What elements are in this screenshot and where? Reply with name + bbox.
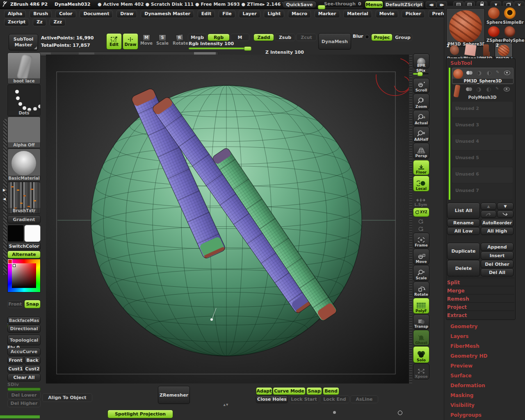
curve-mode-button[interactable]: Curve Mode (273, 387, 306, 395)
rotate-z-button[interactable]: Z (413, 225, 429, 232)
half-circle-icon[interactable] (487, 71, 491, 75)
list-all-button[interactable]: List All (447, 203, 480, 219)
menu-draw[interactable]: Draw (116, 10, 137, 18)
blur-radio-icon[interactable] (365, 35, 369, 39)
split-section[interactable]: Split (447, 278, 514, 285)
edit-button[interactable]: Edit (106, 33, 122, 50)
brush-icon[interactable]: ✎ (496, 70, 499, 74)
draw-button[interactable]: Draw (123, 33, 138, 50)
cust1-button[interactable]: Cust1 (7, 365, 24, 373)
crescent-icon[interactable] (477, 71, 482, 75)
extract-section[interactable]: Extract (447, 310, 514, 318)
directional-button[interactable]: Directional (7, 325, 41, 333)
menu-edit[interactable]: Edit (198, 10, 215, 18)
menu-movie[interactable]: Movie (376, 10, 398, 18)
see-through-slider[interactable] (318, 6, 363, 8)
remesh-section[interactable]: Remesh (447, 294, 514, 302)
lock-end-button[interactable]: Lock End (320, 395, 349, 403)
rename-button[interactable]: Rename (447, 219, 480, 227)
subtool-master-button[interactable]: SubTool Master (9, 34, 38, 50)
zcut-button[interactable]: Zcut (296, 34, 317, 41)
del-higher-button[interactable]: Del Higher (7, 399, 41, 407)
brush-preview-tile[interactable]: boot lace (7, 52, 41, 84)
quicksave-button[interactable]: QuickSave (282, 1, 317, 8)
adapt-button[interactable]: Adapt (256, 387, 272, 395)
brush-icon[interactable]: ✎ (495, 87, 499, 91)
dynamesh-button[interactable]: DynaMesh (318, 33, 351, 50)
aahalf-button[interactable]: AAHalf (413, 126, 429, 142)
polypaint-icon[interactable] (466, 87, 473, 91)
section-geometry-hd[interactable]: Geometry HD (450, 353, 488, 359)
subtool-item-unused[interactable]: Unused 2 (452, 102, 513, 117)
append-button[interactable]: Append (481, 243, 514, 251)
menu-file[interactable]: File (219, 10, 235, 18)
shift-down-button[interactable] (497, 210, 514, 218)
eye-icon[interactable] (504, 87, 510, 91)
menu-macro[interactable]: Macro (288, 10, 311, 18)
solo-button[interactable]: Solo (413, 346, 429, 363)
scale-shelf-button[interactable]: Scale (413, 265, 429, 281)
subtool-item-unused[interactable]: Unused 6 (452, 167, 513, 183)
section-masking[interactable]: Masking (450, 393, 473, 398)
section-preview[interactable]: Preview (450, 363, 472, 369)
snap-curve-button[interactable]: Snap (306, 387, 322, 395)
backface-mask-button[interactable]: BackfaceMas (7, 317, 41, 324)
insert-button[interactable]: Insert (481, 251, 514, 260)
subtool-panel-title[interactable]: SubTool (450, 60, 472, 66)
zremesher-button[interactable]: ZRemesher (158, 386, 190, 404)
subtool-item-unused[interactable]: Unused 7 (452, 184, 513, 199)
tool-thumb-simplebrush[interactable]: SimpleBr (502, 7, 518, 25)
subtool-item-unused[interactable]: Unused 5 (452, 151, 513, 167)
all-low-button[interactable]: All Low (447, 227, 480, 235)
spotlight-projection-button[interactable]: Spotlight Projection (107, 410, 173, 418)
alternate-button[interactable]: Alternate (7, 251, 41, 258)
tool-thumb-sphere3[interactable]: Sphere3 (486, 7, 501, 25)
stroke-preview-tile[interactable]: Dots (7, 84, 41, 116)
m-button[interactable]: M (231, 34, 249, 41)
crescent-icon[interactable] (477, 87, 481, 92)
menu-light[interactable]: Light (264, 10, 284, 18)
menu-zz[interactable]: Zz (33, 18, 46, 26)
tool-thumb-polysphere[interactable]: PolySphe (502, 25, 518, 43)
color-picker[interactable] (7, 259, 41, 292)
front-mask-button[interactable]: Front (7, 356, 24, 364)
local-button[interactable]: Local (413, 176, 429, 192)
section-layers[interactable]: Layers (450, 333, 468, 339)
material-tile[interactable]: BasicMaterial (7, 148, 41, 181)
menu-dynamesh-master[interactable]: Dynamesh Master (141, 10, 194, 18)
secondary-color-swatch[interactable] (24, 225, 41, 242)
section-deformation[interactable]: Deformation (450, 383, 485, 388)
section-geometry[interactable]: Geometry (450, 324, 477, 329)
xyz-button[interactable]: XYZ (413, 208, 429, 217)
polyf-button[interactable]: PolyF (413, 298, 429, 314)
section-fibermesh[interactable]: FiberMesh (450, 343, 479, 349)
move-up-button[interactable]: ▲ (481, 203, 496, 210)
spix-slider[interactable]: SPix (413, 68, 429, 75)
menu-zzz[interactable]: Zzz (50, 18, 66, 26)
default-zscript-button[interactable]: DefaultZScript (384, 1, 424, 8)
frame-button[interactable]: Frame (413, 233, 429, 248)
color-picker-sv-square[interactable] (12, 263, 36, 288)
rgb-button[interactable]: Rgb (208, 34, 230, 41)
move-button[interactable]: M Move (140, 34, 153, 48)
clear-all-button[interactable]: Clear All (7, 374, 41, 381)
snap-button[interactable]: Snap (24, 300, 41, 308)
gradient-button[interactable]: Gradient (7, 215, 41, 224)
rotate-y-button[interactable]: Y (413, 217, 429, 224)
zoom-button[interactable]: Zoom (413, 94, 429, 110)
subtool-item-selected[interactable]: ✎ PM3D_Sphere3D (452, 68, 514, 84)
viewport-canvas[interactable] (46, 55, 409, 383)
eye-icon[interactable] (504, 71, 510, 75)
section-visibility[interactable]: Visibility (450, 402, 475, 408)
polypaint-icon[interactable] (466, 71, 473, 75)
rotate-button[interactable]: R Rotate (173, 34, 187, 48)
duplicate-button[interactable]: Duplicate (447, 243, 480, 260)
persp-button[interactable]: Persp (413, 143, 429, 159)
menus-button[interactable]: Menus (365, 1, 383, 8)
project-button[interactable]: Projec (371, 34, 393, 41)
xpose-button[interactable]: Xpose (413, 363, 429, 379)
scroll-button[interactable]: Scroll (413, 78, 429, 93)
subtool-item-unused[interactable]: Unused 4 (452, 135, 513, 150)
tool-thumb-zsphere[interactable]: ZSphere (486, 25, 501, 43)
ghost-button[interactable]: Ghost (413, 330, 429, 346)
